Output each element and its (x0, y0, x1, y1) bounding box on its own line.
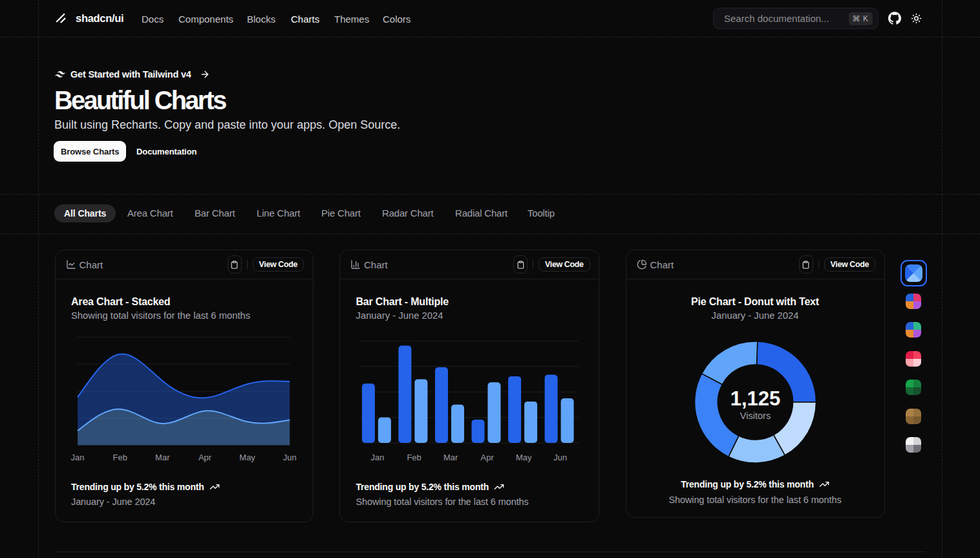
svg-text:May: May (516, 453, 532, 462)
svg-text:Apr: Apr (481, 453, 495, 462)
svg-text:Jan: Jan (71, 453, 85, 462)
svg-text:Jun: Jun (283, 453, 297, 462)
svg-text:May: May (239, 453, 255, 462)
svg-text:Apr: Apr (198, 453, 212, 462)
svg-text:Jan: Jan (371, 453, 385, 462)
svg-text:Visitors: Visitors (740, 411, 771, 421)
svg-text:Feb: Feb (407, 453, 421, 462)
svg-text:Feb: Feb (112, 453, 127, 462)
svg-text:Mar: Mar (155, 453, 170, 462)
svg-text:1,125: 1,125 (730, 387, 781, 410)
svg-text:Mar: Mar (443, 453, 458, 462)
svg-text:Jun: Jun (553, 453, 567, 462)
